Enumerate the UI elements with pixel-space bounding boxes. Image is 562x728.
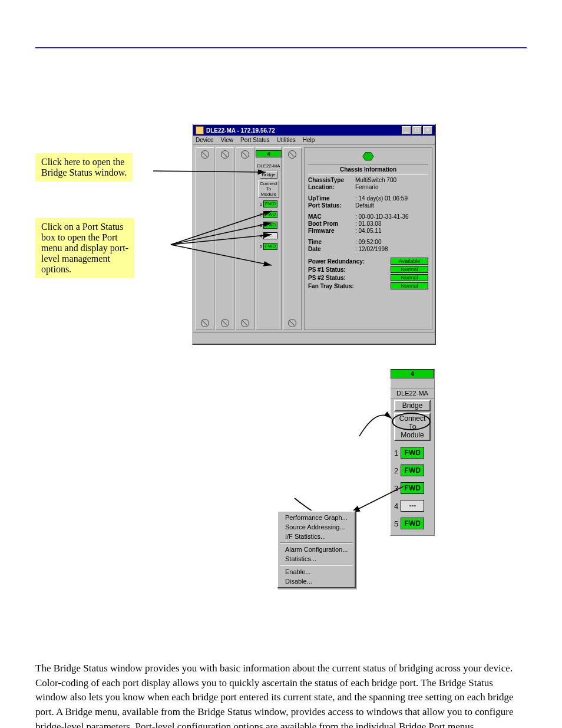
port-number: 5 xyxy=(260,244,262,249)
menu-item-performance-graph[interactable]: Performance Graph... xyxy=(279,513,353,522)
status-label: Power Redundancy: xyxy=(308,258,365,265)
status-value: Normal xyxy=(391,266,428,273)
chassis-value: Default xyxy=(355,202,428,209)
chassis-label: Firmware xyxy=(308,228,355,234)
port-row-1: 1 FWD xyxy=(260,200,277,207)
status-hex-icon xyxy=(362,151,374,162)
port-row-3: 3 FWD xyxy=(260,222,277,229)
chassis-label: UpTime xyxy=(308,195,355,202)
menu-port-status[interactable]: Port Status xyxy=(239,137,270,143)
chassis-value: : 12/02/1998 xyxy=(355,246,428,252)
port-number: 2 xyxy=(260,212,262,218)
port-status-box[interactable]: FWD xyxy=(401,482,424,494)
bridge-button[interactable]: Bridge xyxy=(260,171,277,179)
close-button[interactable]: × xyxy=(423,126,432,134)
minimize-button[interactable]: _ xyxy=(402,126,411,134)
chassis-label: Date xyxy=(308,246,355,252)
port-status-box[interactable]: FWD xyxy=(263,243,277,250)
menu-separator xyxy=(280,542,353,543)
port-status-box[interactable]: FWD xyxy=(263,200,277,207)
slot-2[interactable] xyxy=(216,147,234,330)
menu-item-if-statistics[interactable]: I/F Statistics... xyxy=(279,532,353,541)
chassis-value: : 01.03.08 xyxy=(355,220,428,227)
empty-slot-icon xyxy=(288,319,296,327)
empty-slot-icon xyxy=(221,319,229,327)
hint-port: Click on a Port Status box to open the P… xyxy=(35,218,134,278)
menu-utilities[interactable]: Utilities xyxy=(276,137,297,143)
port-status-box[interactable]: FWD xyxy=(263,211,277,218)
status-label: Fan Tray Status: xyxy=(308,283,354,289)
chassis-label: Location: xyxy=(308,184,355,190)
menubar: Device View Port Status Utilities Help xyxy=(193,136,435,145)
port-status-box[interactable]: FWD xyxy=(401,447,424,459)
connect-to-module-button[interactable]: Connect To Module xyxy=(394,413,431,441)
menu-device[interactable]: Device xyxy=(194,137,215,143)
slot-4-module[interactable]: 4 DLE22-MA Bridge Connect To Module 1 FW… xyxy=(256,147,282,330)
port-context-menu: Performance Graph... Source Addressing..… xyxy=(277,510,356,588)
port-status-box[interactable]: --- xyxy=(263,232,277,239)
top-rule xyxy=(35,47,527,48)
window-title: DLE22-MA - 172.19.56.72 xyxy=(206,127,399,134)
module-detail-panel: 4 DLE22-MA Bridge Connect To Module 1FWD… xyxy=(390,368,435,536)
body-paragraph-1: The Bridge Status window provides you wi… xyxy=(35,661,527,728)
module-slot-number: 4 xyxy=(391,369,434,378)
chassis-info-title: Chassis Information xyxy=(308,164,428,174)
chassis-value: : 00-00-1D-33-41-36 xyxy=(355,213,428,220)
module-name: DLE22-MA xyxy=(256,162,281,170)
port-status-box[interactable]: FWD xyxy=(401,465,424,476)
chassis-value: : 04.05.11 xyxy=(355,228,428,234)
port-number: 1 xyxy=(260,202,262,207)
status-value: Normal xyxy=(391,274,428,281)
chassis-label: Time xyxy=(308,239,355,245)
chassis-value: : 09:52:00 xyxy=(355,239,428,245)
port-status-box[interactable]: FWD xyxy=(263,222,277,229)
chassis-info-panel: Chassis Information ChassisTypeMultiSwit… xyxy=(304,147,432,330)
app-icon xyxy=(196,126,204,134)
port-row-2: 2 FWD xyxy=(260,211,277,218)
chassis-label: Port Status: xyxy=(308,202,355,209)
bridge-button[interactable]: Bridge xyxy=(394,400,431,411)
menu-view[interactable]: View xyxy=(220,137,235,143)
empty-slot-icon xyxy=(241,319,249,327)
chassis-slots: 4 DLE22-MA Bridge Connect To Module 1 FW… xyxy=(196,147,302,330)
maximize-button[interactable]: □ xyxy=(412,126,422,134)
port-status-box[interactable]: --- xyxy=(401,500,424,512)
port-number: 3 xyxy=(394,484,398,493)
hint-bridge: Click here to open the Bridge Status win… xyxy=(35,153,133,182)
svg-marker-0 xyxy=(363,153,373,160)
menu-separator xyxy=(280,565,353,566)
connect-to-module-button[interactable]: Connect To Module xyxy=(258,180,279,198)
port-number: 4 xyxy=(260,233,262,239)
slot-3[interactable] xyxy=(236,147,254,330)
port-number: 4 xyxy=(394,502,398,510)
port-number: 3 xyxy=(260,223,262,228)
status-label: PS #1 Status: xyxy=(308,266,346,273)
menu-item-statistics[interactable]: Statistics... xyxy=(279,554,353,564)
status-value: Normal xyxy=(391,282,428,289)
menu-item-alarm-configuration[interactable]: Alarm Configuration... xyxy=(279,545,353,554)
status-label: PS #2 Status: xyxy=(308,275,346,281)
chassis-value: : 14 day(s) 01:06:59 xyxy=(355,195,428,202)
empty-slot-icon xyxy=(241,150,249,159)
menu-help[interactable]: Help xyxy=(302,137,316,143)
status-value: Available xyxy=(391,258,428,265)
port-row-5: 5 FWD xyxy=(260,243,277,250)
chassis-label: MAC xyxy=(308,213,355,220)
port-number: 2 xyxy=(394,466,398,475)
statusbar xyxy=(193,332,435,344)
module-slot-number: 4 xyxy=(256,150,282,157)
menu-item-enable[interactable]: Enable... xyxy=(279,567,353,577)
slot-1[interactable] xyxy=(196,147,214,330)
port-number: 5 xyxy=(394,519,398,528)
chassis-label: Boot Prom xyxy=(308,220,355,227)
port-number: 1 xyxy=(394,449,398,457)
port-row-4: 4 --- xyxy=(260,232,277,239)
app-window: DLE22-MA - 172.19.56.72 _ □ × Device Vie… xyxy=(192,124,436,345)
port-status-box[interactable]: FWD xyxy=(401,518,424,529)
empty-slot-icon xyxy=(288,150,296,159)
slot-5[interactable] xyxy=(283,147,302,330)
menu-item-source-addressing[interactable]: Source Addressing... xyxy=(279,522,353,532)
menu-item-disable[interactable]: Disable... xyxy=(279,577,353,586)
titlebar[interactable]: DLE22-MA - 172.19.56.72 _ □ × xyxy=(193,125,435,136)
empty-slot-icon xyxy=(221,150,229,159)
